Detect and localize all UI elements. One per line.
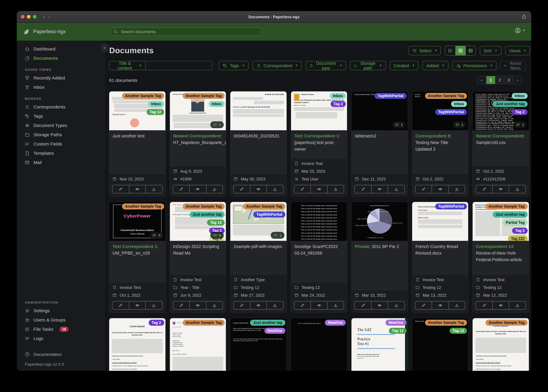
tag-tag-2[interactable]: Tag 2: [512, 228, 528, 234]
correspondent-link[interactable]: Test Correspondent 1: [112, 244, 157, 249]
tag-inbox[interactable]: Inbox: [209, 101, 225, 107]
document-title-link[interactable]: Newest Correspondent: Sample100.csv: [473, 130, 529, 166]
sidebar-item-logs[interactable]: Logs: [17, 334, 104, 343]
view-document-button[interactable]: [250, 185, 267, 193]
edit-document-button[interactable]: [234, 301, 250, 309]
tag-tagwithpartial[interactable]: TagWithPartial: [375, 93, 406, 99]
sidebar-item-dashboard[interactable]: Dashboard: [17, 44, 104, 54]
pagination-page-3[interactable]: 3: [504, 76, 513, 84]
tag-newone[interactable]: NewOne: [264, 328, 285, 334]
document-title-link[interactable]: tablerates2: [352, 130, 408, 174]
tag-tag-222[interactable]: Tag 222: [508, 236, 528, 241]
comment-count-badge[interactable]: 1: [271, 232, 284, 239]
view-document-button[interactable]: [129, 301, 145, 309]
view-document-button[interactable]: [492, 185, 509, 193]
comment-count-badge[interactable]: 6: [210, 232, 224, 239]
title-content-dropdown[interactable]: Title & content▼: [109, 61, 145, 70]
document-card[interactable]: one,1.0five,5.0Another Sample TagInboxTa…: [412, 91, 468, 196]
document-card[interactable]: Lorem ipsumLorem ipsum dolor sit amet, c…: [473, 318, 529, 371]
document-thumbnail[interactable]: ❖ BANK OF SCOTLAND2,0 % p. a. auf Ihr Ta…: [230, 91, 286, 130]
tag-another-sample-tag[interactable]: Another Sample Tag: [122, 203, 164, 210]
view-document-button[interactable]: [310, 301, 327, 309]
document-card[interactable]: Patient BP Distribution 2011Normal, 150,…: [352, 202, 408, 313]
filter-created-button[interactable]: Created▼: [389, 61, 418, 70]
tag-another-sample-tag[interactable]: Another Sample Tag: [243, 203, 285, 210]
tag-tag-2[interactable]: Tag 2: [149, 320, 164, 326]
document-thumbnail[interactable]: Francja pod rządami NapoleonaNAPOLEON BO…: [170, 91, 226, 130]
download-document-button[interactable]: [448, 301, 465, 309]
document-thumbnail[interactable]: Country,Region/State,"Table 1.1","Table …: [352, 91, 408, 130]
tag-another-sample-tag[interactable]: Another Sample Tag: [122, 93, 164, 99]
document-title-link[interactable]: Test Correspondent 1: UM_PPBE_en_v29: [109, 241, 165, 282]
tag-tagwithpartial[interactable]: TagWithPartial: [435, 203, 467, 210]
document-card[interactable]: Another Sample TagTagWithPartial12sample…: [230, 202, 286, 313]
document-title-link[interactable]: Sonstige ScanPC2022 03-24_081058: [291, 241, 347, 282]
view-document-button[interactable]: [189, 185, 206, 193]
pagination-next[interactable]: »: [513, 76, 522, 84]
document-thumbnail[interactable]: This is a multi page document. Page 1.Ne…: [291, 318, 347, 371]
sidebar-item-users-groups[interactable]: Users & Groups: [17, 315, 104, 324]
document-title-link[interactable]: Private: 2011 BP Pie 2: [352, 241, 408, 290]
sidebar-item-correspondents[interactable]: Correspondents: [17, 102, 104, 112]
document-thumbnail[interactable]: Adobe InDesign 2022 Scripting Read MeInD…: [170, 202, 226, 241]
user-menu[interactable]: ▼: [515, 28, 525, 34]
tag-tag-12[interactable]: Tag 12: [207, 220, 225, 226]
filter-storage-path-button[interactable]: Storage path▼: [350, 61, 386, 70]
sidebar-item-custom-fields[interactable]: Custom Fields: [17, 139, 104, 148]
tag-tag-2[interactable]: Tag 2: [330, 101, 346, 107]
view-document-button[interactable]: [310, 185, 327, 193]
download-document-button[interactable]: [206, 301, 223, 309]
filter-correspondent-button[interactable]: Correspondent▼: [252, 61, 302, 70]
pagination-previous[interactable]: «: [477, 76, 486, 84]
share-icon[interactable]: [521, 14, 526, 19]
document-card[interactable]: Francja pod rządami NapoleonaNAPOLEON BO…: [170, 91, 226, 196]
edit-document-button[interactable]: [234, 185, 250, 193]
view-document-button[interactable]: [371, 185, 388, 193]
tag-just-another-tag[interactable]: Just another tag: [492, 211, 528, 217]
document-title-link[interactable]: Test Correspondent 1: [paperless] test p…: [291, 130, 347, 158]
filter-added-button[interactable]: Added▼: [422, 61, 448, 70]
tag-just-another-tag[interactable]: Just another tag: [492, 101, 528, 107]
document-thumbnail[interactable]: Medical TeacherHas the new Kirkpatrick g…: [291, 91, 347, 130]
edit-document-button[interactable]: [294, 301, 310, 309]
tag-tag-12[interactable]: Tag 12: [450, 328, 467, 334]
tag-inbox[interactable]: Inbox: [451, 101, 467, 107]
document-card[interactable]: French Country BreadFor the LeavenMake t…: [412, 202, 468, 313]
document-card[interactable]: Serial Number,Company Name,Employee Mark…: [473, 91, 529, 196]
tag-another-sample-tag[interactable]: Another Sample Tag: [183, 320, 225, 326]
edit-document-button[interactable]: [112, 301, 129, 309]
tag-another-sample-tag[interactable]: Another Sample Tag: [425, 93, 467, 99]
document-thumbnail[interactable]: Contact Sheet DemoGiven a set of image f…: [230, 318, 286, 371]
edit-document-button[interactable]: [173, 301, 189, 309]
download-document-button[interactable]: [267, 185, 283, 193]
document-card[interactable]: Medical TeacherHas the new Kirkpatrick g…: [291, 91, 347, 196]
view-document-button[interactable]: [432, 301, 448, 309]
sidebar-item-storage-paths[interactable]: Storage Paths: [17, 130, 104, 139]
download-document-button[interactable]: [327, 301, 344, 309]
document-thumbnail[interactable]: Test Name123-456-7890January 2, 2022July…: [170, 318, 226, 371]
download-document-button[interactable]: [206, 185, 223, 193]
view-document-button[interactable]: [189, 301, 206, 309]
document-card[interactable]: Country,Region/State,"Table 1.1","Table …: [352, 91, 408, 196]
sidebar-item-inbox[interactable]: Inbox: [17, 83, 104, 92]
document-title-link[interactable]: Just another test: [109, 130, 165, 174]
sidebar-item-mail[interactable]: Mail: [17, 158, 104, 167]
tag-tagwithpartial[interactable]: TagWithPartial: [253, 211, 285, 217]
select-button[interactable]: Select▼: [408, 46, 441, 55]
document-card[interactable]: Contact Sheet DemoGiven a set of image f…: [230, 318, 286, 371]
views-button[interactable]: Views▼: [505, 46, 530, 55]
sidebar-item-templates[interactable]: Templates: [17, 148, 104, 158]
sidebar-item-tags[interactable]: Tags: [17, 112, 104, 121]
sidebar-item-document-types[interactable]: Document Types: [17, 121, 104, 130]
tag-another-sample-tag[interactable]: Another Sample Tag: [486, 203, 528, 210]
correspondent-link[interactable]: Private: [355, 244, 369, 249]
document-thumbnail[interactable]: The SATPracticeTest #1Make time to take …: [352, 318, 408, 371]
comment-count-badge[interactable]: 1: [453, 121, 466, 128]
document-thumbnail[interactable]: This is a testAnother Sample TagTag 12: [412, 318, 468, 371]
tag-just-another-tag[interactable]: Just another tag: [190, 211, 225, 217]
sidebar-item-recently-added[interactable]: Recently Added: [17, 73, 104, 83]
tag-tag-2[interactable]: Tag 2: [512, 109, 528, 115]
document-title-link[interactable]: Correspondent 14: Review-of-New-York-Fed…: [473, 241, 529, 274]
download-document-button[interactable]: [388, 301, 404, 309]
document-title-link[interactable]: French Country Bread Revised.docx: [412, 241, 468, 274]
